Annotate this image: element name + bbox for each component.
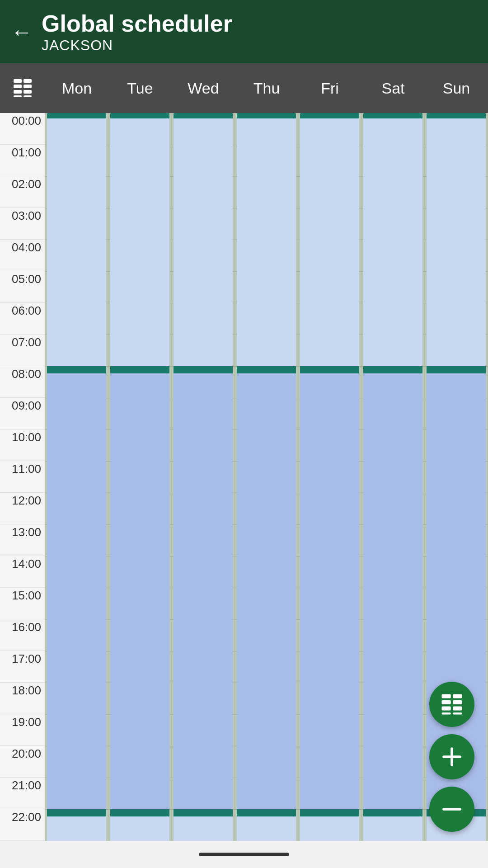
svg-rect-10	[442, 700, 451, 704]
teal-indicator-8am	[174, 366, 233, 373]
schedule-block-night[interactable]	[363, 113, 422, 366]
time-label: 15:00	[0, 588, 45, 619]
time-label: 13:00	[0, 524, 45, 556]
time-label: 03:00	[0, 208, 45, 240]
fab-add-icon	[440, 745, 464, 769]
svg-rect-14	[442, 712, 451, 715]
time-label: 17:00	[0, 651, 45, 683]
schedule-block-night[interactable]	[110, 113, 169, 366]
day-header-thu[interactable]: Thu	[235, 80, 298, 97]
scheduler-main: 00:0001:0002:0003:0004:0005:0006:0007:00…	[0, 113, 488, 868]
time-label: 16:00	[0, 619, 45, 651]
day-column-sat[interactable]	[361, 113, 425, 868]
schedule-block-night[interactable]	[427, 113, 486, 366]
time-label: 18:00	[0, 683, 45, 714]
day-header-row: Mon Tue Wed Thu Fri Sat Sun	[0, 63, 488, 113]
teal-indicator-top	[47, 113, 106, 118]
time-label: 02:00	[0, 176, 45, 208]
app-header: ← Global scheduler JACKSON	[0, 0, 488, 63]
teal-indicator-8am	[300, 366, 359, 373]
time-label: 21:00	[0, 778, 45, 809]
time-label: 14:00	[0, 556, 45, 588]
day-header-sun[interactable]: Sun	[425, 80, 488, 97]
svg-rect-11	[453, 700, 462, 704]
day-column-thu[interactable]	[235, 113, 298, 868]
time-label: 08:00	[0, 366, 45, 398]
day-column-fri[interactable]	[298, 113, 361, 868]
teal-indicator-8am	[237, 366, 296, 373]
time-label: 19:00	[0, 714, 45, 746]
time-label: 11:00	[0, 461, 45, 493]
day-column-mon[interactable]	[45, 113, 108, 868]
user-name: JACKSON	[42, 37, 232, 54]
teal-indicator-top	[237, 113, 296, 118]
time-label: 01:00	[0, 145, 45, 176]
fab-grid-icon	[440, 692, 464, 717]
header-text: Global scheduler JACKSON	[42, 10, 232, 54]
time-label: 10:00	[0, 429, 45, 461]
time-label: 07:00	[0, 335, 45, 366]
day-header-tue[interactable]: Tue	[108, 80, 172, 97]
schedule-block-night[interactable]	[47, 113, 106, 366]
svg-rect-7	[23, 95, 32, 97]
day-header-wed[interactable]: Wed	[172, 80, 235, 97]
grid-icon-container[interactable]	[0, 77, 45, 99]
time-label: 06:00	[0, 303, 45, 335]
time-labels-column: 00:0001:0002:0003:0004:0005:0006:0007:00…	[0, 113, 45, 868]
time-label: 22:00	[0, 809, 45, 841]
bottom-bar	[0, 841, 488, 868]
schedule-block-night[interactable]	[237, 113, 296, 366]
schedule-block-active[interactable]	[110, 366, 169, 809]
teal-indicator-22h	[300, 809, 359, 816]
teal-indicator-22h	[110, 809, 169, 816]
schedule-block-active[interactable]	[47, 366, 106, 809]
svg-rect-15	[453, 712, 462, 715]
schedule-block-active[interactable]	[174, 366, 233, 809]
fab-remove-icon	[440, 797, 464, 821]
schedule-block-night[interactable]	[174, 113, 233, 366]
fab-remove-button[interactable]	[429, 787, 474, 832]
teal-indicator-top	[363, 113, 422, 118]
schedule-block-active[interactable]	[300, 366, 359, 809]
time-label: 20:00	[0, 746, 45, 778]
schedule-block-active[interactable]	[363, 366, 422, 809]
svg-rect-13	[453, 707, 462, 711]
svg-rect-0	[14, 79, 22, 83]
time-label: 05:00	[0, 271, 45, 303]
svg-rect-3	[23, 85, 32, 88]
teal-indicator-22h	[174, 809, 233, 816]
teal-indicator-22h	[363, 809, 422, 816]
app-title: Global scheduler	[42, 10, 232, 37]
time-label: 00:00	[0, 113, 45, 145]
day-header-fri[interactable]: Fri	[298, 80, 361, 97]
teal-indicator-22h	[237, 809, 296, 816]
schedule-block-active[interactable]	[237, 366, 296, 809]
days-grid	[45, 113, 488, 868]
svg-rect-4	[14, 90, 22, 94]
teal-indicator-top	[110, 113, 169, 118]
time-label: 09:00	[0, 398, 45, 429]
teal-indicator-top	[300, 113, 359, 118]
schedule-block-night[interactable]	[300, 113, 359, 366]
svg-rect-2	[14, 85, 22, 88]
day-column-wed[interactable]	[172, 113, 235, 868]
svg-rect-9	[453, 694, 462, 698]
svg-rect-6	[14, 95, 22, 97]
fab-grid-button[interactable]	[429, 682, 474, 727]
day-column-tue[interactable]	[108, 113, 172, 868]
fab-container	[429, 682, 474, 832]
svg-rect-8	[442, 694, 451, 698]
back-button[interactable]: ←	[11, 19, 33, 44]
home-indicator	[199, 853, 289, 856]
teal-indicator-8am	[47, 366, 106, 373]
svg-rect-5	[23, 90, 32, 94]
fab-add-button[interactable]	[429, 734, 474, 779]
day-header-sat[interactable]: Sat	[361, 80, 425, 97]
time-label: 04:00	[0, 240, 45, 271]
teal-indicator-8am	[110, 366, 169, 373]
time-label: 12:00	[0, 493, 45, 524]
teal-indicator-top	[427, 113, 486, 118]
svg-rect-1	[23, 79, 32, 83]
teal-indicator-22h	[47, 809, 106, 816]
day-header-mon[interactable]: Mon	[45, 80, 108, 97]
